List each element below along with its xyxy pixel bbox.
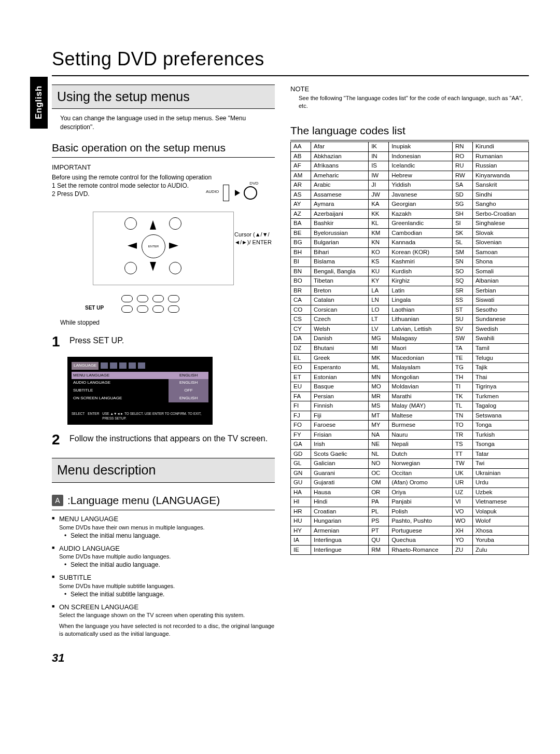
lang-code: HY: [291, 526, 311, 536]
lang-name: Latvian, Lettish: [389, 324, 453, 334]
lang-name: Albanian: [472, 276, 528, 286]
lang-code: HU: [291, 516, 311, 526]
lang-name: Aymara: [311, 200, 369, 210]
lang-code: TT: [452, 449, 472, 459]
lang-code: BE: [291, 228, 311, 238]
lang-name: Lithuanian: [389, 315, 453, 325]
lang-code: LV: [369, 324, 389, 334]
lang-name: Kirundi: [472, 142, 528, 152]
lang-code: IE: [291, 545, 311, 555]
lang-code: SA: [452, 180, 472, 190]
lang-name: Wolof: [472, 516, 528, 526]
lang-code: GA: [291, 440, 311, 450]
lang-code: HA: [291, 487, 311, 497]
osd-row-label: ON SCREEN LANGUAGE: [72, 395, 169, 402]
audio-language-body: Some DVDs have multiple audio languages.: [59, 553, 275, 561]
lang-code: ZU: [452, 545, 472, 555]
lang-name: Slovak: [472, 228, 528, 238]
onscreen-body: Select the language shown on the TV scre…: [59, 611, 275, 619]
note-body: See the following "The language codes li…: [290, 94, 529, 110]
lang-name: Lingala: [389, 296, 453, 305]
lang-code: AA: [291, 142, 311, 152]
lang-name: Inupiak: [389, 142, 453, 152]
lang-name: Cambodian: [389, 228, 453, 238]
lang-name: Armenian: [311, 526, 369, 536]
lang-code: SW: [452, 334, 472, 344]
lang-code: RW: [452, 171, 472, 180]
lang-code: FJ: [291, 411, 311, 421]
lang-name: Interlingua: [311, 536, 369, 546]
subtitle-sub: Select the initial subtitle language.: [59, 590, 275, 598]
codes-title: The language codes list: [290, 123, 529, 141]
lang-name: Rumanian: [472, 151, 528, 161]
lang-code: IK: [369, 142, 389, 152]
lang-code: RO: [452, 151, 472, 161]
lang-code: HR: [291, 507, 311, 516]
osd-foot: USE ▲▼◄► TO SELECT. USE ENTER TO CONFIRM…: [102, 412, 208, 421]
lang-code: MK: [369, 353, 389, 363]
language-menu-icon: A: [52, 495, 63, 506]
lang-name: Czech: [311, 315, 369, 325]
lang-name: Portuguese: [389, 526, 453, 536]
lang-name: Tamil: [472, 344, 528, 354]
lang-name: Welsh: [311, 324, 369, 334]
lang-name: Laothian: [389, 305, 453, 315]
osd-row-label: AUDIO LANGUAGE: [72, 379, 169, 387]
lang-name: Samoan: [472, 247, 528, 257]
lang-name: Russian: [472, 161, 528, 171]
osd-row-value: ENGLISH: [169, 372, 208, 380]
osd-row-label: MENU LANGUAGE: [72, 372, 169, 380]
lang-name: Macedonian: [389, 353, 453, 363]
audio-language-sub: Select the initial audio language.: [59, 561, 275, 569]
lang-code: SR: [452, 286, 472, 296]
lang-code: MT: [369, 411, 389, 421]
lang-code: NL: [369, 449, 389, 459]
lang-code: MN: [369, 372, 389, 382]
lang-code: AM: [291, 171, 311, 180]
cursor-label: Cursor (▲/▼/◄/►)/ ENTER: [234, 231, 275, 246]
lang-name: Kurdish: [389, 267, 453, 276]
lang-code: PA: [369, 497, 389, 507]
lang-code: VI: [452, 497, 472, 507]
lang-code: SH: [452, 209, 472, 219]
lang-name: Bihari: [311, 247, 369, 257]
lang-code: KM: [369, 228, 389, 238]
lang-name: Bashkir: [311, 219, 369, 229]
using-body: You can change the language used in the …: [52, 114, 275, 131]
lang-name: Breton: [311, 286, 369, 296]
lang-code: TK: [452, 392, 472, 401]
lang-name: Singhalese: [472, 219, 528, 229]
lang-name: Basque: [311, 382, 369, 392]
osd-row-value: ENGLISH: [169, 395, 208, 402]
lang-code: LT: [369, 315, 389, 325]
lang-code: SS: [452, 296, 472, 305]
lang-code: FO: [291, 421, 311, 430]
menu-language-body: Some DVDs have their own menus in multip…: [59, 524, 275, 532]
lang-name: Arabic: [311, 180, 369, 190]
lang-code: SL: [452, 238, 472, 248]
lang-code: AZ: [291, 209, 311, 219]
osd-tab-icon: [138, 362, 145, 369]
lang-name: Frisian: [311, 430, 369, 440]
lang-name: Maori: [389, 344, 453, 354]
lang-name: Fiji: [311, 411, 369, 421]
page-title: Setting DVD preferences: [52, 47, 529, 76]
lang-code: TG: [452, 363, 472, 373]
lang-name: Byelorussian: [311, 228, 369, 238]
lang-code: SV: [452, 324, 472, 334]
lang-name: Serbo-Croatian: [472, 209, 528, 219]
lang-name: Sangho: [472, 200, 528, 210]
lang-name: Georgian: [389, 200, 453, 210]
lang-code: AR: [291, 180, 311, 190]
lang-code: OC: [369, 468, 389, 478]
lang-code: TS: [452, 440, 472, 450]
lang-name: Tajik: [472, 363, 528, 373]
lang-name: Ameharic: [311, 171, 369, 180]
lang-code: TE: [452, 353, 472, 363]
lang-code: AF: [291, 161, 311, 171]
lang-name: Afar: [311, 142, 369, 152]
lang-code: EU: [291, 382, 311, 392]
osd-tab-icon: [110, 362, 117, 369]
osd-row-label: SUBTITLE: [72, 387, 169, 395]
lang-name: Slovenian: [472, 238, 528, 248]
